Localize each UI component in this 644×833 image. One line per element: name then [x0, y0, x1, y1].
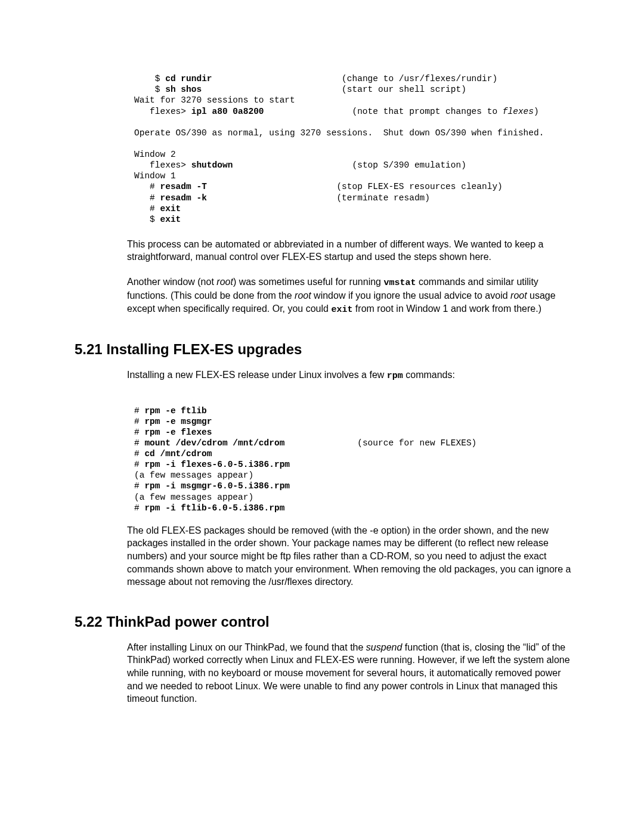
code-line: Window 1 [134, 171, 176, 181]
code-line: flexes> ipl a80 0a8200 (note that prompt… [134, 107, 539, 116]
code-line: # rpm -i msgmgr-6.0-5.i386.rpm [134, 481, 290, 491]
code-line: (a few messages appear) [134, 470, 253, 480]
paragraph-automation: This process can be automated or abbrevi… [127, 238, 578, 264]
paragraph-another-window: Another window (not root) was sometimes … [127, 275, 578, 316]
paragraph-old-packages: The old FLEX-ES packages should be remov… [127, 524, 578, 589]
code-line: $ cd rundir (change to /usr/flexes/rundi… [134, 74, 497, 83]
terminal-block-rpm: # rpm -e ftlib # rpm -e msgmgr # rpm -e … [134, 394, 578, 513]
code-line: # rpm -i flexes-6.0-5.i386.rpm [134, 460, 290, 469]
code-line: flexes> shutdown (stop S/390 emulation) [134, 160, 466, 170]
terminal-block-startup: $ cd rundir (change to /usr/flexes/rundi… [134, 63, 578, 225]
code-line: # rpm -e msgmgr [134, 417, 212, 426]
paragraph-install-intro: Installing a new FLEX-ES release under L… [127, 368, 578, 382]
code-line: Wait for 3270 sessions to start [134, 95, 295, 105]
code-line: # resadm -T (stop FLEX-ES resources clea… [134, 182, 503, 191]
code-line: # mount /dev/cdrom /mnt/cdrom (source fo… [134, 438, 476, 448]
code-line: # rpm -e ftlib [134, 406, 207, 416]
code-line: $ sh shos (start our shell script) [134, 85, 466, 94]
paragraph-thinkpad: After installing Linux on our ThinkPad, … [127, 641, 578, 705]
code-line: Window 2 [134, 150, 176, 159]
page-container: $ cd rundir (change to /usr/flexes/rundi… [0, 0, 644, 833]
code-line: # cd /mnt/cdrom [134, 449, 212, 459]
code-line: # rpm -i ftlib-6.0-5.i386.rpm [134, 503, 284, 513]
code-line: $ exit [134, 215, 181, 224]
section-heading-5-22: 5.22 ThinkPad power control [75, 614, 578, 630]
code-line: (a few messages appear) [134, 493, 253, 502]
code-line: # rpm -e flexes [134, 428, 212, 437]
code-line: Operate OS/390 as normal, using 3270 ses… [134, 128, 544, 138]
code-line: # resadm -k (terminate resadm) [134, 193, 430, 203]
code-line: # exit [134, 204, 181, 213]
section-heading-5-21: 5.21 Installing FLEX-ES upgrades [75, 341, 578, 358]
